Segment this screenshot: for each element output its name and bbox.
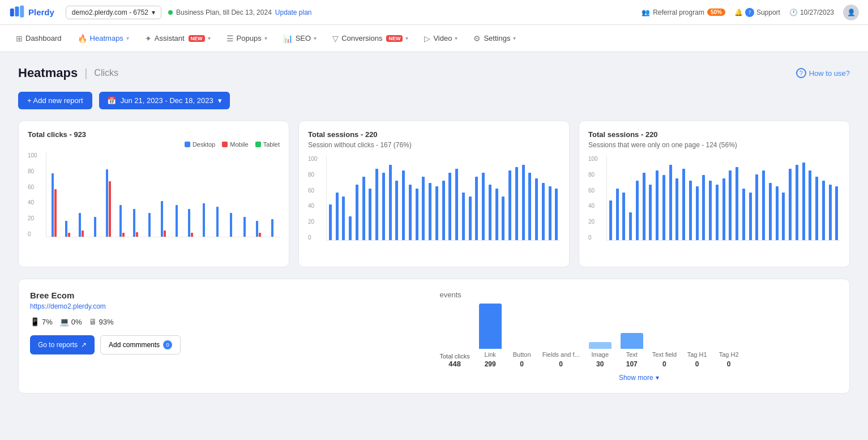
chevron-down-icon: ▾ [405, 35, 408, 41]
bar-group [441, 156, 447, 240]
bar-group [734, 156, 740, 240]
bar-session [522, 165, 525, 240]
main-nav: ⊞ Dashboard 🔥 Heatmaps ▾ ✦ Assistant NEW… [0, 25, 868, 52]
bar-group [374, 156, 380, 240]
bar-group [394, 156, 400, 240]
nav-item-settings[interactable]: ⚙ Settings ▾ [467, 31, 523, 46]
event-bar-wrap [511, 304, 533, 349]
bar-group [674, 156, 681, 240]
user-avatar[interactable]: 👤 [843, 5, 859, 20]
bar-session [555, 189, 558, 240]
bar-session [475, 177, 478, 240]
bar-desktop [106, 169, 108, 237]
bar-page [636, 181, 639, 240]
bar-group [407, 156, 413, 240]
nav-item-conversions[interactable]: ▽ Conversions NEW ▾ [326, 31, 415, 46]
update-plan-link[interactable]: Update plan [275, 8, 312, 16]
bar-page [702, 175, 705, 240]
event-col-label: Fields and f... [542, 351, 580, 358]
bar-session [489, 185, 491, 240]
bar-group [414, 156, 420, 240]
chart-area-sessions2: 100 80 60 40 20 0 [588, 156, 840, 258]
event-col-value: 0 [559, 360, 563, 368]
goto-reports-button[interactable]: Go to reports ↗ [30, 335, 95, 354]
events-section: events Total clicks 448 Link299Button0Fi… [440, 291, 839, 382]
bar-group [707, 156, 713, 240]
date-display: 🕐 10/27/2023 [789, 8, 834, 16]
bar-page [762, 170, 765, 240]
bar-group [741, 156, 747, 240]
bell-icon: 🔔 [734, 8, 743, 16]
bar-group [634, 156, 640, 240]
bar-page [675, 178, 678, 240]
plan-info: Business Plan, till Dec 13, 2024 Update … [168, 8, 635, 16]
bar-group [334, 156, 340, 240]
bar-group [807, 156, 814, 240]
date-range-picker[interactable]: 📅 Jun 21, 2023 - Dec 18, 2023 ▾ [99, 92, 230, 109]
tablet-icon: 💻 [59, 317, 69, 326]
clock-icon: 🕐 [789, 8, 798, 16]
desktop-icon: 🖥 [89, 317, 97, 326]
event-col: Text field0 [652, 304, 677, 368]
event-bar-wrap [479, 304, 502, 349]
legend-dot-mobile [222, 142, 228, 147]
nav-item-popups[interactable]: ☰ Popups ▾ [220, 31, 274, 46]
bar-group [501, 156, 507, 240]
bar-page [755, 174, 758, 240]
site-selector[interactable]: demo2.plerdy.com - 6752 ▾ [66, 6, 161, 19]
event-col: Image30 [589, 304, 612, 368]
bar-group [820, 156, 827, 240]
bar-page [835, 186, 838, 240]
chart-area-clicks: 100 80 60 40 20 0 [28, 152, 280, 254]
device-mobile: 📱 7% [30, 317, 53, 326]
bar-group [834, 156, 840, 240]
chart-y-labels: 100 80 60 40 20 0 [28, 152, 45, 237]
bar-page [776, 186, 779, 240]
nav-item-heatmaps[interactable]: 🔥 Heatmaps ▾ [71, 31, 136, 46]
event-col-label: Tag H1 [687, 351, 707, 358]
nav-item-video[interactable]: ▷ Video ▾ [417, 31, 464, 46]
dashboard-icon: ⊞ [16, 34, 23, 43]
bar-group [687, 156, 694, 240]
seo-icon: 📊 [283, 34, 293, 43]
bar-session [455, 169, 458, 240]
event-col-value: 0 [662, 360, 666, 368]
nav-item-assistant[interactable]: ✦ Assistant NEW ▾ [138, 31, 217, 46]
bar-group [347, 156, 353, 240]
event-bar-link [479, 304, 502, 349]
bar-group [668, 156, 674, 240]
bar-page [662, 175, 665, 240]
bar-group [694, 156, 700, 240]
bar-session [389, 165, 392, 240]
bar-group [520, 156, 527, 240]
site-name: Bree Ecom [30, 291, 429, 300]
bar-session [369, 189, 371, 240]
bar-desktop [176, 205, 178, 237]
chevron-down-icon: ▾ [455, 35, 457, 41]
bar-group [754, 156, 760, 240]
bar-desktop [119, 205, 122, 237]
bar-session [429, 183, 431, 240]
bar-page [729, 170, 732, 240]
show-more-btn[interactable]: Show more ▾ [440, 374, 839, 382]
events-chart: Total clicks 448 Link299Button0Fields an… [440, 304, 839, 368]
bar-group [621, 156, 627, 240]
bar-group [367, 156, 374, 240]
how-to-use-btn[interactable]: ? How to use? [796, 68, 850, 78]
referral-btn[interactable]: 👥 Referral program 50% [642, 8, 725, 16]
nav-label-seo: SEO [296, 34, 311, 42]
bar-group [327, 156, 333, 240]
total-clicks-text: Total clicks [440, 353, 470, 360]
add-report-button[interactable]: + Add new report [18, 92, 92, 109]
bar-group [661, 156, 667, 240]
bar-session [469, 196, 472, 240]
support-btn[interactable]: 🔔 7 Support [734, 8, 780, 17]
event-bar-wrap [589, 304, 612, 349]
nav-item-seo[interactable]: 📊 SEO ▾ [276, 31, 323, 46]
add-comments-button[interactable]: Add commments 0 [100, 335, 181, 354]
nav-item-dashboard[interactable]: ⊞ Dashboard [9, 31, 69, 46]
bar-group [387, 156, 394, 240]
logo[interactable]: Plerdy [9, 5, 54, 20]
bar-group [354, 156, 360, 240]
svg-rect-2 [20, 5, 24, 17]
